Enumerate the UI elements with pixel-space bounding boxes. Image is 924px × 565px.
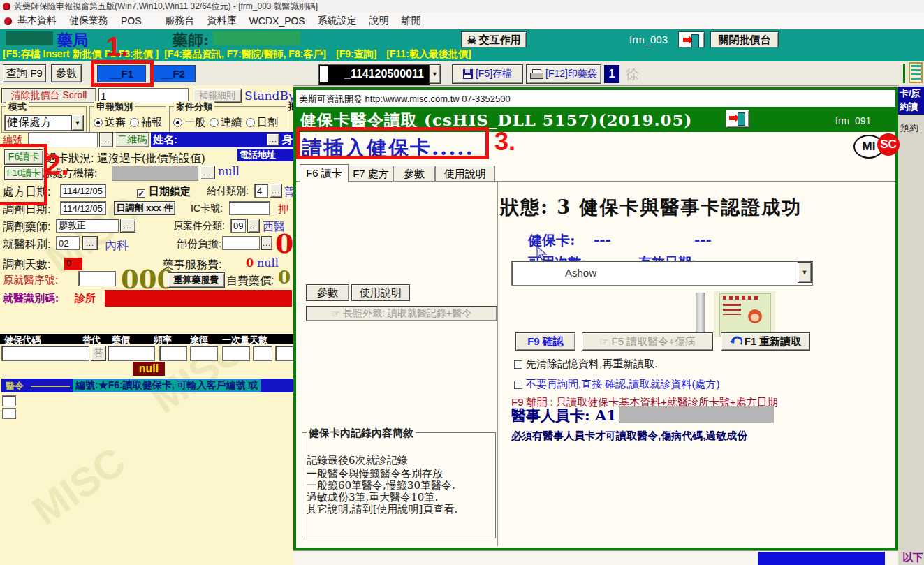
pharmacist-more-button[interactable]: ...	[120, 219, 135, 233]
annotation-number-3: 3.	[494, 127, 515, 156]
pay-type-field[interactable]: 4	[254, 184, 268, 198]
menu-item-pos[interactable]: POS	[121, 15, 142, 27]
confirm-button[interactable]: F9 確認	[515, 332, 575, 351]
tab-f2[interactable]: __F2	[151, 65, 196, 82]
menu-item-basic[interactable]: 基本資料	[17, 15, 57, 27]
dialog-params-button[interactable]: 參數	[306, 284, 349, 301]
longcare-button[interactable]: ☞ 長照外籤: 讀取就醫記錄+醫令	[306, 306, 497, 321]
dept-field[interactable]: 02	[56, 236, 80, 250]
origin-seq-field[interactable]	[78, 271, 116, 286]
order-list-cell[interactable]	[2, 408, 16, 419]
tab-content-border	[296, 181, 895, 182]
mode-select[interactable]: 健保處方	[4, 115, 71, 131]
name-more-button[interactable]: ...	[267, 133, 279, 146]
right-edge-panel: 卡/原 約讀 預約	[898, 85, 924, 550]
substitute-label: 替	[94, 347, 103, 360]
tab-params[interactable]: 參數	[393, 166, 435, 182]
dept-more-button[interactable]: ...	[82, 236, 98, 250]
exit-door-button[interactable]	[678, 31, 705, 49]
dialog-help-button[interactable]: 使用說明	[351, 284, 410, 301]
menu-item-settings[interactable]: 系統設定	[318, 15, 357, 27]
order-dose-field[interactable]	[222, 346, 250, 361]
query-button[interactable]: 查詢 F9	[3, 64, 46, 82]
order-qty-field[interactable]	[275, 346, 293, 361]
toolbar-params-button[interactable]: 參數	[51, 64, 82, 82]
origin-org-more-button[interactable]: ...	[200, 166, 215, 179]
menu-item-exit[interactable]: 離開	[402, 15, 421, 27]
interaction-button[interactable]: ☠ 交互作用	[461, 31, 527, 48]
vendor-label: 美斯可資訊開發 http:\\www.misc.com.tw 07-335250…	[299, 93, 511, 105]
copay-field[interactable]	[222, 236, 260, 250]
reader-select[interactable]: Ashow ▼	[511, 261, 813, 286]
menu-item-service[interactable]: 服務台	[166, 15, 195, 27]
tab-prescription-label: F7 處方	[353, 168, 389, 181]
tab-prescription[interactable]: F7 處方	[349, 166, 393, 182]
tab-read-card[interactable]: F6 讀卡	[300, 164, 349, 182]
clipboard-icon[interactable]	[909, 62, 923, 83]
application-window: 黃藥師保險申報視窗第五版(Win7,Win10,Win11 32/64位元) -…	[0, 0, 924, 565]
radio-continuous[interactable]: 連續	[210, 116, 242, 129]
tab-f1[interactable]: __F1	[97, 65, 146, 82]
menu-item-help[interactable]: 說明	[369, 15, 389, 27]
radio-supplement[interactable]: 補報	[130, 116, 162, 129]
pay-type-kind: 普通	[284, 185, 293, 200]
mode-select-arrow[interactable]: ▼	[71, 115, 84, 131]
record-line: 記錄最後6次就診記錄	[307, 454, 408, 467]
origin-case-more-button[interactable]: ...	[247, 219, 260, 233]
no-prompt-checkbox[interactable]: 不要再詢問,直接 確認,讀取就診資料(處方)	[514, 378, 720, 391]
reread-button[interactable]: F1 重新讀取	[721, 332, 810, 351]
radio-general[interactable]: 一般	[173, 116, 205, 129]
order-freq-field[interactable]	[159, 346, 187, 361]
menu-item-wcdx[interactable]: WCDX_POS	[249, 15, 305, 27]
print-bag-button[interactable]: [F12]印藥袋	[526, 64, 601, 84]
read-orders-button[interactable]: ☞ F5 讀取醫令+傷病	[582, 332, 713, 351]
menu-item-db[interactable]: 資料庫	[207, 15, 237, 27]
th-dose-days: 一次量天數	[222, 334, 267, 346]
customer-id-field[interactable]	[28, 132, 98, 147]
daily-count-button[interactable]: 日調劑 xxx 件	[114, 201, 175, 215]
days-field[interactable]: 0	[64, 258, 82, 270]
date-lock-checkbox[interactable]: ✓日期鎖定	[137, 185, 191, 198]
origin-org-field-redacted[interactable]	[112, 166, 198, 181]
chevron-down-icon: ▼	[802, 269, 808, 276]
order-route-field[interactable]	[190, 346, 218, 361]
radio-daily[interactable]: 日劑	[246, 116, 278, 129]
radio-icon	[130, 118, 139, 127]
dispense-date-field[interactable]: 114/12/05	[60, 201, 106, 215]
tab-help[interactable]: 使用說明	[435, 166, 495, 182]
redacted-box	[213, 31, 300, 45]
recalc-fee-button[interactable]: 重算藥服費	[168, 272, 225, 288]
qr-code-button[interactable]: 二維碼	[115, 132, 149, 147]
pharmacist-name-field[interactable]: 廖敦正	[56, 219, 119, 233]
clear-memory-checkbox[interactable]: 先清除記憶資料,再重新讀取.	[514, 358, 657, 371]
tab-params-label: 參數	[404, 168, 425, 181]
origin-case-field[interactable]: 09	[230, 219, 246, 233]
dialog-exit-door-button[interactable]	[726, 110, 749, 128]
ellipsis-icon: ...	[102, 135, 110, 144]
ic-card-field[interactable]	[229, 201, 270, 215]
hint-drug: [F4:藥品資訊, F7:醫院/醫師, F8:客戶]	[164, 48, 326, 61]
toolbar-divider	[903, 64, 905, 83]
substitute-button[interactable]: 替	[91, 346, 106, 361]
read-card-f10-button[interactable]: F10讀卡	[4, 166, 43, 180]
order-list-cell[interactable]	[2, 395, 16, 406]
save-button[interactable]: [F5]存檔	[452, 64, 523, 84]
radio-submit[interactable]: 送審	[94, 116, 126, 129]
close-register-button[interactable]: 關閉批價台	[710, 31, 779, 49]
order-code-field[interactable]	[1, 346, 89, 361]
customer-id-more-button[interactable]: ...	[99, 132, 113, 147]
menu-item-nhi[interactable]: 健保業務	[69, 15, 108, 27]
th-route: 途徑	[190, 334, 208, 346]
invoice-combo[interactable]: _114120500011	[318, 64, 430, 85]
invoice-combo-arrow[interactable]: ▼	[429, 64, 441, 84]
reader-select-arrow[interactable]: ▼	[798, 262, 812, 283]
order-price-field[interactable]	[108, 346, 155, 361]
rx-date-field[interactable]: 114/12/05	[60, 184, 106, 198]
radio-supplement-label: 補報	[141, 116, 162, 128]
read-card-f6-button[interactable]: F6讀卡	[4, 149, 43, 165]
copay-label: 部份負擔:	[177, 237, 221, 251]
checkbox-icon	[514, 381, 522, 389]
copay-more-button[interactable]: ...	[261, 236, 272, 250]
order-days-field[interactable]	[253, 346, 272, 361]
pay-type-more-button[interactable]: ...	[270, 184, 282, 198]
